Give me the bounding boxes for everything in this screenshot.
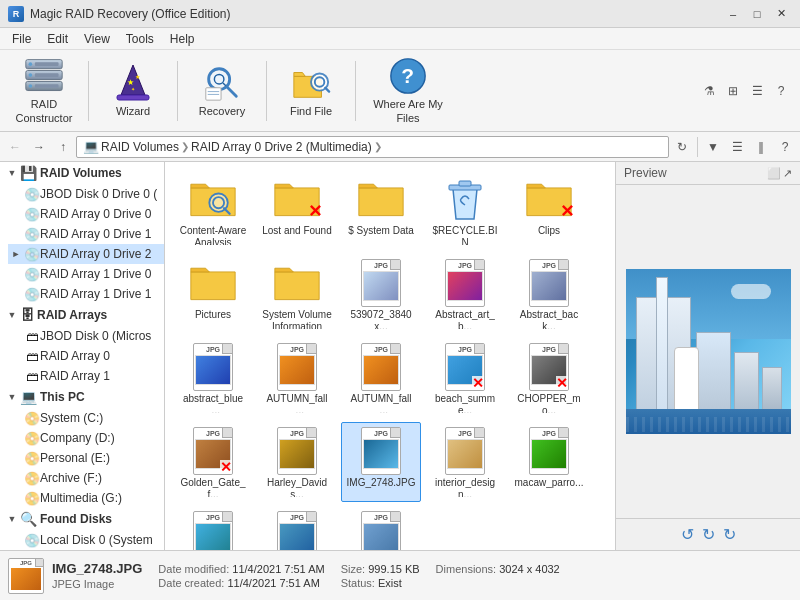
path-segment-0[interactable]: RAID Volumes [101, 140, 179, 154]
tree-group-raid-arrays[interactable]: ▼ 🗄 RAID Arrays [0, 304, 164, 326]
file-item-10[interactable]: JPG abstract_blue_... [173, 338, 253, 418]
address-path[interactable]: 💻 RAID Volumes ❯ RAID Array 0 Drive 2 (M… [76, 136, 669, 158]
file-grid[interactable]: Content-Aware Analysis ✕ Lost and Found [165, 162, 615, 550]
menu-help[interactable]: Help [162, 30, 203, 48]
file-item-3[interactable]: $RECYCLE.BIN [425, 170, 505, 250]
disk-icon-0: 💿 [24, 186, 40, 202]
filter-addr-button[interactable]: ▼ [702, 136, 724, 158]
disk-icon-2: 💿 [24, 226, 40, 242]
menu-edit[interactable]: Edit [39, 30, 76, 48]
refresh-preview-button[interactable]: ↻ [702, 525, 715, 544]
refresh-address-button[interactable]: ↻ [671, 136, 693, 158]
up-button[interactable]: ↑ [52, 136, 74, 158]
view-toggle-button[interactable]: ☰ [726, 136, 748, 158]
file-item-8[interactable]: JPG Abstract_art_b... [425, 254, 505, 334]
where-are-my-files-button[interactable]: ? Where Are My Files [364, 55, 452, 127]
jpg-icon-area-21: JPG [273, 511, 321, 550]
tree-item-multimedia-g[interactable]: 📀 Multimedia (G:) [8, 488, 164, 508]
view-list-button[interactable]: ☰ [746, 80, 768, 102]
raid-constructor-button[interactable]: RAID Constructor [8, 55, 80, 127]
help-button[interactable]: ? [770, 80, 792, 102]
array-icon-2: 🗃 [24, 368, 40, 384]
expand-raid-arrays[interactable]: ▼ [4, 307, 20, 323]
menu-view[interactable]: View [76, 30, 118, 48]
file-item-16[interactable]: JPG Harley_Davids... [257, 422, 337, 502]
file-item-11[interactable]: JPG AUTUMN_fall_... [257, 338, 337, 418]
tree-item-raid-a0-d2[interactable]: ► 💿 RAID Array 0 Drive 2 [8, 244, 164, 264]
status-info: IMG_2748.JPG JPEG Image [52, 561, 142, 590]
tree-item-archive-f[interactable]: 📀 Archive (F:) [8, 468, 164, 488]
file-item-20[interactable]: JPG Miami_Florida_... [173, 506, 253, 550]
drive-icon-4: 📀 [24, 490, 40, 506]
preview-header-icons[interactable]: ⬜ ↗ [767, 167, 792, 180]
tree-item-jbod-disk0-drive0[interactable]: 💿 JBOD Disk 0 Drive 0 ( [8, 184, 164, 204]
tree-group-this-pc[interactable]: ▼ 💻 This PC [0, 386, 164, 408]
wizard-button[interactable]: ★ ★ ✦ Wizard [97, 55, 169, 127]
close-button[interactable]: ✕ [770, 5, 792, 23]
file-item-19[interactable]: JPG macaw_parro... [509, 422, 589, 502]
tree-item-raid-a1-d0[interactable]: 💿 RAID Array 1 Drive 0 [8, 264, 164, 284]
file-item-21[interactable]: JPG Michigan_Chi... [257, 506, 337, 550]
tree-item-company-d[interactable]: 📀 Company (D:) [8, 428, 164, 448]
forward-button[interactable]: → [28, 136, 50, 158]
svg-text:✕: ✕ [560, 202, 573, 221]
status-col-size: Size: 999.15 KB Status: Exist [341, 563, 420, 589]
file-item-15[interactable]: JPG Golden_Gate_f... [173, 422, 253, 502]
menu-tools[interactable]: Tools [118, 30, 162, 48]
menu-file[interactable]: File [4, 30, 39, 48]
file-item-5[interactable]: Pictures [173, 254, 253, 334]
tree-item-personal-e[interactable]: 📀 Personal (E:) [8, 448, 164, 468]
file-item-7[interactable]: JPG 539072_3840x... [341, 254, 421, 334]
expand-raid-volumes[interactable]: ▼ [4, 165, 20, 181]
rotate-left-button[interactable]: ↺ [681, 525, 694, 544]
view-large-button[interactable]: ⊞ [722, 80, 744, 102]
preview-detach-icon[interactable]: ↗ [783, 167, 792, 180]
expand-found-disks[interactable]: ▼ [4, 511, 20, 527]
recovery-button[interactable]: Recovery [186, 55, 258, 127]
jpg-icon-area-10: JPG [189, 343, 237, 391]
preview-expand-icon[interactable]: ⬜ [767, 167, 781, 180]
file-item-0[interactable]: Content-Aware Analysis [173, 170, 253, 250]
window-controls[interactable]: – □ ✕ [722, 5, 792, 23]
file-name-12: AUTUMN_fall_... [346, 393, 416, 413]
file-item-18[interactable]: JPG interior_design... [425, 422, 505, 502]
file-item-13[interactable]: JPG beach_summe... [425, 338, 505, 418]
find-file-button[interactable]: Find File [275, 55, 347, 127]
jpg-icon-area-22: JPG [357, 511, 405, 550]
minimize-button[interactable]: – [722, 5, 744, 23]
file-item-14[interactable]: JPG CHOPPER_mo... [509, 338, 589, 418]
file-item-1[interactable]: ✕ Lost and Found [257, 170, 337, 250]
addr-help-button[interactable]: ? [774, 136, 796, 158]
tree-group-found-disks[interactable]: ▼ 🔍 Found Disks [0, 508, 164, 530]
file-name-16: Harley_Davids... [262, 477, 332, 497]
tree-item-jbod-disk0[interactable]: 🗃 JBOD Disk 0 (Micros [8, 326, 164, 346]
filter-button[interactable]: ⚗ [698, 80, 720, 102]
file-item-4[interactable]: ✕ Clips [509, 170, 589, 250]
rotate-right-button[interactable]: ↻ [723, 525, 736, 544]
tree-item-raid-a1-d1[interactable]: 💿 RAID Array 1 Drive 1 [8, 284, 164, 304]
expand-this-pc[interactable]: ▼ [4, 389, 20, 405]
maximize-button[interactable]: □ [746, 5, 768, 23]
jpg-icon-area-15: JPG [189, 427, 237, 475]
tree-group-raid-volumes[interactable]: ▼ 💾 RAID Volumes [0, 162, 164, 184]
path-segment-1[interactable]: RAID Array 0 Drive 2 (Multimedia) [191, 140, 372, 154]
tree-item-raid-array0[interactable]: 🗃 RAID Array 0 [8, 346, 164, 366]
file-item-17[interactable]: JPG IMG_2748.JPG [341, 422, 421, 502]
tree-item-local-disk-0[interactable]: 💿 Local Disk 0 (System [8, 530, 164, 550]
file-item-6[interactable]: System Volume Information [257, 254, 337, 334]
back-button[interactable]: ← [4, 136, 26, 158]
drive-icon-2: 📀 [24, 450, 40, 466]
svg-rect-7 [35, 74, 59, 78]
file-item-22[interactable]: JPG Mountains_cl... [341, 506, 421, 550]
columns-button[interactable]: ‖ [750, 136, 772, 158]
status-bar: JPG IMG_2748.JPG JPEG Image Date modifie… [0, 550, 800, 600]
jpg-icon-area-11: JPG [273, 343, 321, 391]
tree-item-raid-a0-d0[interactable]: 💿 RAID Array 0 Drive 0 [8, 204, 164, 224]
file-item-12[interactable]: JPG AUTUMN_fall_... [341, 338, 421, 418]
tree-item-system-c[interactable]: 📀 System (C:) [8, 408, 164, 428]
tree-item-raid-a0-d1[interactable]: 💿 RAID Array 0 Drive 1 [8, 224, 164, 244]
folder-icon-area-6 [273, 259, 321, 307]
file-item-9[interactable]: JPG Abstract_back... [509, 254, 589, 334]
tree-item-raid-array1[interactable]: 🗃 RAID Array 1 [8, 366, 164, 386]
file-item-2[interactable]: $ System Data [341, 170, 421, 250]
